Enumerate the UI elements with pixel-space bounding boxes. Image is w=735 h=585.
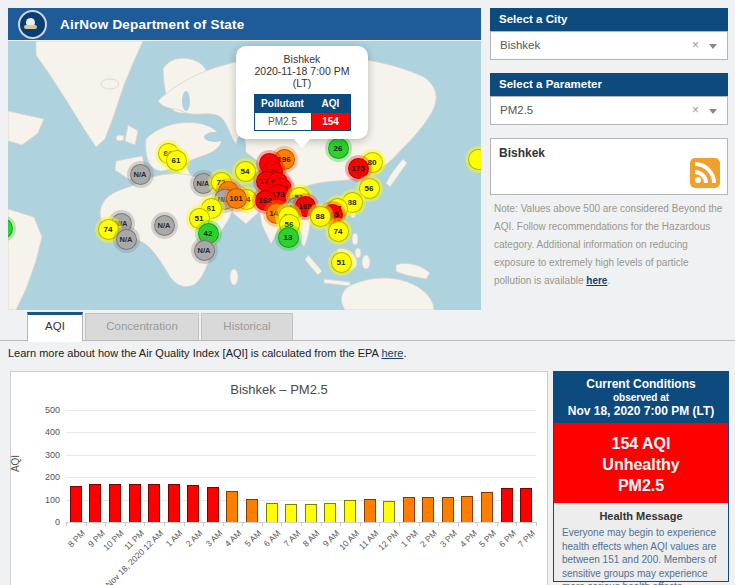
aqi-marker[interactable]: 74 xyxy=(328,221,349,242)
department-of-state-seal-icon xyxy=(18,10,47,39)
chart-bar[interactable] xyxy=(168,484,180,522)
x-tick xyxy=(438,522,439,526)
chart-bar[interactable] xyxy=(383,501,395,523)
parameter-clear-icon[interactable]: × xyxy=(692,97,699,124)
popup-timezone: (LT) xyxy=(242,77,362,89)
chart-bar[interactable] xyxy=(109,484,121,522)
aqi-marker[interactable]: 13 xyxy=(278,227,299,248)
learn-more-text: Learn more about how the Air Quality Ind… xyxy=(8,347,406,359)
select-city-header: Select a City xyxy=(490,8,728,31)
parameter-caret-icon[interactable] xyxy=(709,109,717,114)
x-tick xyxy=(497,522,498,526)
popup-col-pollutant: Pollutant xyxy=(254,95,311,113)
learn-more-here-link[interactable]: here xyxy=(381,347,403,359)
x-tick xyxy=(301,522,302,526)
aqi-marker[interactable]: 26 xyxy=(328,138,349,159)
aqi-marker[interactable]: N/A xyxy=(154,215,175,236)
y-tick-label: 500 xyxy=(20,405,60,415)
tabbar-divider xyxy=(0,340,735,341)
x-tick xyxy=(419,522,420,526)
chart-bar[interactable] xyxy=(187,485,199,522)
aqi-marker[interactable]: 56 xyxy=(359,178,380,199)
health-message: Health Message Everyone may begin to exp… xyxy=(554,503,728,585)
aqi-marker[interactable]: N/A xyxy=(130,164,151,185)
popup-pollutant-value: PM2.5 xyxy=(254,113,311,131)
chart-bar[interactable] xyxy=(305,504,317,522)
x-tick xyxy=(144,522,145,526)
current-conditions-panel: Current Conditions observed at Nov 18, 2… xyxy=(553,371,729,582)
aqi-marker[interactable]: 51 xyxy=(331,252,352,273)
chart-bar[interactable] xyxy=(207,487,219,522)
tab-aqi[interactable]: AQI xyxy=(27,312,83,342)
chart-bar[interactable] xyxy=(461,496,473,522)
note-here-link[interactable]: here xyxy=(586,275,607,286)
current-conditions-header: Current Conditions observed at Nov 18, 2… xyxy=(554,372,728,423)
app-title: AirNow Department of State xyxy=(60,17,244,32)
aqi-marker[interactable]: 101 xyxy=(226,188,247,209)
chart-bar[interactable] xyxy=(364,499,376,522)
chart-bar[interactable] xyxy=(89,484,101,522)
health-message-body: Everyone may begin to experience health … xyxy=(562,526,720,585)
x-tick xyxy=(516,522,517,526)
x-tick xyxy=(321,522,322,526)
x-tick xyxy=(86,522,87,526)
chart-bar[interactable] xyxy=(422,497,434,522)
select-parameter-header: Select a Parameter xyxy=(490,73,728,96)
x-tick xyxy=(184,522,185,526)
x-tick xyxy=(360,522,361,526)
chart-bar[interactable] xyxy=(324,503,336,522)
city-clear-icon[interactable]: × xyxy=(692,32,699,59)
chart-bar[interactable] xyxy=(501,488,513,522)
aqi-marker[interactable]: N/A xyxy=(116,229,137,250)
gridline-400 xyxy=(66,432,536,433)
chart-bar[interactable] xyxy=(129,484,141,522)
chart-bar[interactable] xyxy=(226,491,238,522)
chart-bar[interactable] xyxy=(403,497,415,522)
parameter-select[interactable]: PM2.5 × xyxy=(490,96,728,125)
chart-bar[interactable] xyxy=(70,486,82,522)
tab-historical[interactable]: Historical xyxy=(201,313,293,340)
popup-col-aqi: AQI xyxy=(311,95,350,113)
x-tick xyxy=(458,522,459,526)
feed-box: Bishkek xyxy=(490,138,728,195)
x-tick xyxy=(242,522,243,526)
city-select-value: Bishkek xyxy=(500,39,540,51)
y-tick-label: 300 xyxy=(20,450,60,460)
chart-title: Bishkek – PM2.5 xyxy=(11,382,547,397)
parameter-select-value: PM2.5 xyxy=(500,104,533,116)
tab-concentration[interactable]: Concentration xyxy=(85,313,199,340)
x-tick xyxy=(262,522,263,526)
chart-bar[interactable] xyxy=(481,492,493,522)
city-select[interactable]: Bishkek × xyxy=(490,31,728,60)
aqi-chart-panel: Bishkek – PM2.5 AQI 01002003004005008 PM… xyxy=(10,371,548,585)
x-tick xyxy=(281,522,282,526)
chart-bar[interactable] xyxy=(285,504,297,522)
rss-icon[interactable] xyxy=(690,158,720,188)
world-map[interactable]: 8661N/A54N/A72120N/A741016151N/A42N/A74N… xyxy=(8,41,481,310)
aqi-marker[interactable]: 175 xyxy=(348,158,369,179)
popup-table: Pollutant AQI PM2.5 154 xyxy=(254,94,351,131)
x-tick xyxy=(223,522,224,526)
current-aqi-value: 154 AQI xyxy=(554,433,728,454)
chart-bar[interactable] xyxy=(442,497,454,522)
gridline-200 xyxy=(66,477,536,478)
x-tick xyxy=(477,522,478,526)
popup-city: Bishkek xyxy=(242,53,362,65)
city-caret-icon[interactable] xyxy=(709,44,717,49)
chart-bar[interactable] xyxy=(520,488,532,522)
note-text: Note: Values above 500 are considered Be… xyxy=(494,200,728,290)
chart-bar[interactable] xyxy=(246,499,258,522)
airnow-page: AirNow Department of State xyxy=(0,0,735,585)
aqi-marker[interactable]: N/A xyxy=(194,240,215,261)
chart-bar[interactable] xyxy=(344,500,356,522)
aqi-marker[interactable]: 88 xyxy=(310,206,331,227)
x-tick xyxy=(379,522,380,526)
aqi-marker[interactable]: 61 xyxy=(166,150,187,171)
popup-aqi-value: 154 xyxy=(311,113,350,131)
y-tick-label: 0 xyxy=(20,517,60,527)
aqi-marker[interactable]: 54 xyxy=(235,161,256,182)
chart-bar[interactable] xyxy=(266,503,278,522)
current-aqi-category: Unhealthy xyxy=(554,454,728,475)
chart-bar[interactable] xyxy=(148,484,160,522)
y-tick-label: 100 xyxy=(20,495,60,505)
